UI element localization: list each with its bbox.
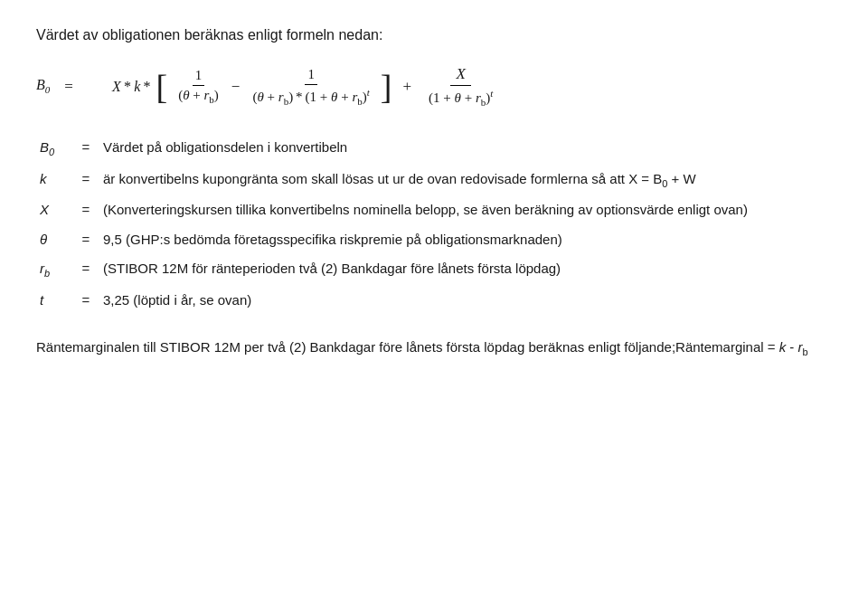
frac3: X (1 + θ + rb)t bbox=[423, 65, 498, 108]
left-bracket: [ bbox=[156, 70, 168, 104]
text-theta: 9,5 (GHP:s bedömda företagsspecifika ris… bbox=[99, 225, 832, 255]
def-row-b0: B0 = Värdet på obligationsdelen i konver… bbox=[36, 133, 832, 165]
symbol-b0: B0 bbox=[36, 133, 72, 165]
text-x: (Konverteringskursen tillika konvertibel… bbox=[99, 195, 832, 225]
formula-row: B0 = X * k * [ 1 (θ + rb) − 1 (θ + rb) *… bbox=[36, 65, 832, 108]
bottom-text: Räntemarginalen till STIBOR 12M per två … bbox=[36, 337, 832, 361]
def-row-theta: θ = 9,5 (GHP:s bedömda företagsspecifika… bbox=[36, 225, 832, 255]
equals-sign: = bbox=[64, 78, 73, 96]
text-k: är konvertibelns kupongränta som skall l… bbox=[99, 165, 832, 196]
def-row-k: k = är konvertibelns kupongränta som ska… bbox=[36, 165, 832, 196]
text-rb: (STIBOR 12M för ränteperioden två (2) Ba… bbox=[99, 254, 832, 286]
def-row-t: t = 3,25 (löptid i år, se ovan) bbox=[36, 286, 832, 316]
minus-sign: − bbox=[231, 78, 241, 96]
bottom-paragraph: Räntemarginalen till STIBOR 12M per två … bbox=[36, 337, 832, 361]
definition-table: B0 = Värdet på obligationsdelen i konver… bbox=[36, 133, 832, 315]
b0-symbol: B0 bbox=[36, 77, 50, 95]
eq-t: = bbox=[72, 286, 99, 316]
formula-rhs: X * k * [ 1 (θ + rb) − 1 (θ + rb) * (1 +… bbox=[112, 65, 501, 108]
symbol-theta: θ bbox=[36, 225, 72, 255]
page-content: Värdet av obligationen beräknas enligt f… bbox=[36, 27, 832, 361]
formula-lhs: B0 = bbox=[36, 77, 108, 95]
plus-sign: + bbox=[402, 78, 411, 96]
intro-text: Värdet av obligationen beräknas enligt f… bbox=[36, 27, 832, 43]
def-row-x: X = (Konverteringskursen tillika konvert… bbox=[36, 195, 832, 225]
eq-theta: = bbox=[72, 225, 99, 255]
eq-k: = bbox=[72, 165, 99, 196]
frac2: 1 (θ + rb) * (1 + θ + rb)t bbox=[250, 67, 372, 107]
xk-term: X * k * bbox=[112, 79, 151, 95]
symbol-x: X bbox=[36, 195, 72, 225]
symbol-rb: rb bbox=[36, 254, 72, 286]
text-b0: Värdet på obligationsdelen i konvertibel… bbox=[99, 133, 832, 165]
text-t: 3,25 (löptid i år, se ovan) bbox=[99, 286, 832, 316]
symbol-t: t bbox=[36, 286, 72, 316]
frac1: 1 (θ + rb) bbox=[175, 68, 222, 105]
eq-b0: = bbox=[72, 133, 99, 165]
def-row-rb: rb = (STIBOR 12M för ränteperioden två (… bbox=[36, 254, 832, 286]
eq-x: = bbox=[72, 195, 99, 225]
right-bracket: ] bbox=[381, 70, 392, 104]
eq-rb: = bbox=[72, 254, 99, 286]
symbol-k: k bbox=[36, 165, 72, 196]
